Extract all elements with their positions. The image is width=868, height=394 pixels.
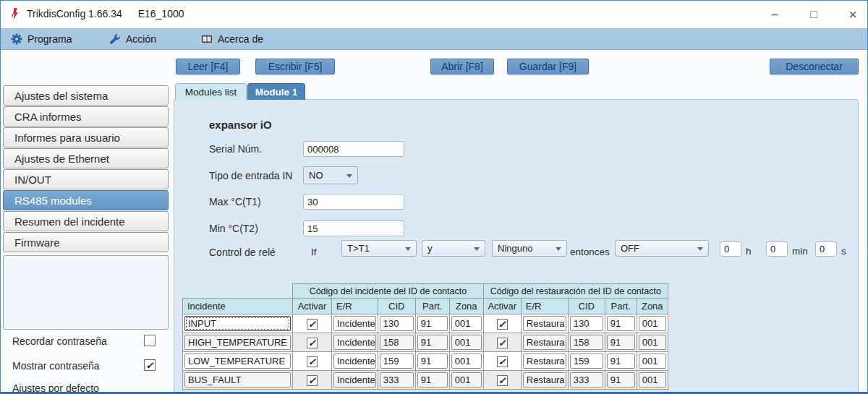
restore-cid-cell[interactable]: 130 [570, 316, 603, 331]
check-icon: ✓ [498, 357, 506, 367]
incident-name-cell[interactable]: LOW_TEMPERATURE [184, 354, 291, 369]
restore-part-cell[interactable]: 91 [607, 372, 635, 387]
relay-seconds-input[interactable] [815, 241, 837, 257]
serial-input[interactable] [303, 141, 404, 157]
restore-er-cell[interactable]: Restaura [523, 372, 566, 387]
restore-part-cell[interactable]: 91 [607, 335, 635, 350]
col-header-part-1: Part. [415, 299, 449, 314]
menu-programa[interactable]: Programa [11, 28, 72, 50]
restore-enabled-checkbox[interactable]: ✓ [497, 375, 508, 386]
event-enabled-checkbox[interactable]: ✓ [307, 319, 318, 330]
col-header-cid-1: CID [378, 299, 415, 314]
event-cid-cell[interactable]: 159 [380, 354, 414, 369]
event-cid-cell[interactable]: 130 [380, 316, 414, 331]
default-settings-link[interactable]: Ajustes por defecto [12, 382, 99, 394]
event-er-cell[interactable]: Incidente [333, 372, 376, 387]
col-header-activar-1: Activar [293, 299, 332, 314]
restore-er-cell[interactable]: Restaura [523, 316, 566, 331]
event-cid-cell[interactable]: 333 [380, 372, 414, 387]
max-temp-input[interactable] [303, 194, 404, 210]
chevron-down-icon [697, 247, 703, 251]
tab-module-1[interactable]: Module 1 [247, 83, 305, 100]
app-title: TrikdisConfig 1.66.34 [27, 8, 122, 20]
event-zona-cell[interactable]: 001 [451, 335, 482, 350]
sidebar-item-cra-informes[interactable]: CRA informes [3, 106, 169, 127]
check-icon: ✓ [308, 376, 316, 385]
restore-cid-cell[interactable]: 159 [570, 354, 603, 369]
event-er-cell[interactable]: Incidente [333, 335, 376, 350]
event-er-cell[interactable]: Incidente [333, 316, 376, 331]
menu-acerca-de[interactable]: Acerca de [201, 28, 263, 50]
check-icon: ✓ [308, 357, 316, 367]
event-part-cell[interactable]: 91 [417, 316, 448, 331]
restore-zona-cell[interactable]: 001 [639, 335, 666, 350]
menu-accion[interactable]: Acción [109, 28, 156, 50]
restore-enabled-checkbox[interactable]: ✓ [497, 356, 508, 367]
sidebar-item-ajustes-de-ethernet[interactable]: Ajustes de Ethernet [3, 148, 169, 168]
restore-cid-cell[interactable]: 158 [570, 335, 603, 350]
minimize-button[interactable]: – [766, 1, 783, 28]
restore-part-cell[interactable]: 91 [607, 316, 635, 331]
col-header-activar-2: Activar [483, 299, 521, 314]
sidebar: Ajustes del sistema CRA informes Informe… [3, 85, 169, 252]
check-icon: ✓ [146, 361, 154, 370]
show-password-label: Mostrar contraseña [12, 360, 100, 372]
relay-second-condition-select[interactable]: Ninguno [492, 240, 567, 257]
table-corner-blank [183, 284, 293, 299]
relay-hours-input[interactable] [720, 241, 741, 257]
sidebar-item-ajustes-del-sistema[interactable]: Ajustes del sistema [3, 85, 169, 106]
show-password-checkbox[interactable]: ✓ [144, 359, 156, 371]
restore-enabled-checkbox[interactable]: ✓ [497, 319, 508, 330]
remember-password-checkbox[interactable] [144, 335, 156, 346]
restore-zona-cell[interactable]: 001 [639, 372, 666, 387]
sidebar-item-resumen-del-incidente[interactable]: Resumen del incidente [3, 211, 169, 231]
incident-name-cell[interactable]: BUS_FAULT [184, 372, 291, 387]
maximize-button[interactable]: □ [805, 1, 822, 28]
event-part-cell[interactable]: 91 [417, 354, 448, 369]
window-title: TrikdisConfig 1.66.34 E16_1000 [27, 8, 184, 20]
relay-action-select[interactable]: OFF [615, 240, 709, 257]
event-zona-cell[interactable]: 001 [451, 372, 482, 387]
event-part-cell[interactable]: 91 [417, 372, 448, 387]
sidebar-item-firmware[interactable]: Firmware [3, 232, 169, 252]
table-row: INPUT ✓ Incidente 130 91 001 ✓ Restaura … [183, 314, 668, 333]
event-enabled-checkbox[interactable]: ✓ [307, 356, 318, 367]
open-button[interactable]: Abrir [F8] [430, 59, 494, 74]
event-cid-cell[interactable]: 158 [380, 335, 414, 350]
restore-zona-cell[interactable]: 001 [639, 354, 666, 369]
min-temp-input[interactable] [303, 220, 404, 236]
relay-operator-select[interactable]: y [422, 240, 485, 257]
event-er-cell[interactable]: Incidente [333, 354, 376, 369]
sidebar-item-in-out[interactable]: IN/OUT [3, 169, 169, 189]
min-temp-label: Min °C(T2) [209, 223, 258, 234]
tab-modules-list[interactable]: Modules list [175, 83, 247, 100]
col-header-incidente: Incidente [183, 299, 293, 314]
disconnect-button[interactable]: Desconectar [770, 59, 859, 74]
table-row: HIGH_TEMPERATURE ✓ Incidente 158 91 001 … [183, 333, 668, 352]
sidebar-item-rs485-modules[interactable]: RS485 modules [3, 190, 169, 210]
gear-icon [11, 33, 22, 45]
restore-part-cell[interactable]: 91 [607, 354, 635, 369]
restore-er-cell[interactable]: Restaura [523, 335, 566, 350]
event-enabled-checkbox[interactable]: ✓ [307, 375, 318, 386]
restore-cid-cell[interactable]: 333 [570, 372, 603, 387]
event-zona-cell[interactable]: 001 [451, 354, 482, 369]
restore-zona-cell[interactable]: 001 [639, 316, 666, 331]
event-zona-cell[interactable]: 001 [451, 316, 482, 331]
check-icon: ✓ [498, 320, 506, 329]
read-button[interactable]: Leer [F4] [176, 59, 240, 74]
save-button[interactable]: Guardar [F9] [507, 59, 589, 74]
restore-er-cell[interactable]: Restaura [523, 354, 566, 369]
event-part-cell[interactable]: 91 [417, 335, 448, 350]
sidebar-item-informes-para-usuario[interactable]: Informes para usuario [3, 127, 169, 147]
col-header-er-2: E/R [521, 299, 568, 314]
relay-minutes-input[interactable] [766, 241, 788, 257]
write-button[interactable]: Escribir [F5] [255, 59, 335, 74]
relay-condition-select[interactable]: T>T1 [341, 240, 417, 257]
event-enabled-checkbox[interactable]: ✓ [307, 338, 318, 348]
incident-name-cell[interactable]: INPUT [184, 316, 291, 331]
restore-enabled-checkbox[interactable]: ✓ [497, 338, 508, 348]
close-button[interactable]: × [844, 1, 861, 28]
input-type-select[interactable]: NO [303, 166, 358, 184]
incident-name-cell[interactable]: HIGH_TEMPERATURE [184, 335, 291, 350]
